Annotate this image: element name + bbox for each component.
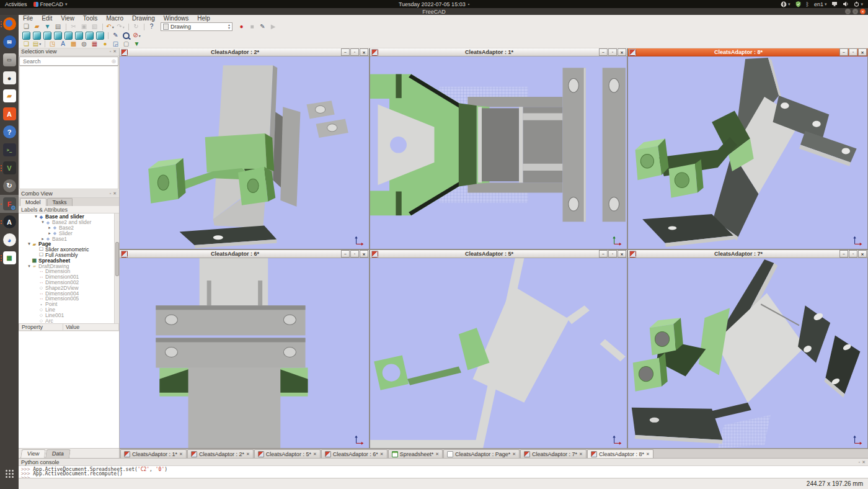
menu-view[interactable]: View — [56, 15, 79, 22]
tree-item-18[interactable]: Line001 — [19, 312, 119, 318]
float-panel-icon[interactable]: ▫ — [110, 49, 111, 54]
mdi-minimize-button[interactable]: ‒ — [839, 250, 848, 258]
mdi-minimize-button[interactable]: ‒ — [341, 250, 350, 258]
clock[interactable]: Tuesday 2022-07-05 15:03 • — [399, 1, 469, 7]
tab-close-icon[interactable] — [435, 452, 439, 457]
mdi-tab-cleatsadaptor-7[interactable]: CleatsAdaptor : 7* — [520, 449, 587, 459]
mdi-restore-button[interactable]: ▫ — [350, 250, 359, 258]
new-document-button[interactable]: ❏ — [22, 23, 31, 31]
mdi-minimize-button[interactable]: ‒ — [341, 48, 350, 56]
tab-close-icon[interactable] — [246, 452, 250, 457]
menu-file[interactable]: File — [19, 15, 37, 22]
open-document-button[interactable]: ▰ — [32, 23, 42, 31]
selection-view-header[interactable]: Selection view ▫✕ — [19, 48, 119, 56]
security-shield-icon[interactable] — [795, 1, 801, 7]
toolbar-separator[interactable] — [64, 23, 68, 31]
mdi-tab-cleatsadaptor-8[interactable]: CleatsAdaptor : 8* — [587, 449, 653, 459]
insert-annotation-button[interactable]: A — [58, 40, 68, 48]
float-panel-icon[interactable]: ▫ — [859, 460, 860, 465]
mdi-close-button[interactable]: ✕ — [858, 48, 867, 56]
expander-icon[interactable] — [40, 220, 45, 225]
menu-tools[interactable]: Tools — [79, 15, 102, 22]
print-button[interactable]: ▤ — [53, 23, 63, 31]
expander-icon[interactable] — [27, 241, 32, 246]
bluetooth-icon[interactable]: ᛒ — [806, 1, 809, 7]
search-input[interactable] — [22, 58, 112, 65]
fit-all-button[interactable] — [22, 32, 31, 40]
float-panel-icon[interactable]: ▫ — [110, 191, 111, 196]
tab-close-icon[interactable] — [313, 452, 317, 457]
copy-button[interactable]: ▣ — [79, 23, 89, 31]
tree-item-3[interactable]: Slider — [19, 230, 119, 236]
mdi-close-button[interactable]: ✕ — [360, 250, 368, 258]
tab-close-icon[interactable] — [179, 452, 183, 457]
mdi-tab-cleatsadaptor-5[interactable]: CleatsAdaptor : 5* — [254, 449, 321, 459]
mdi-titlebar[interactable]: CleatsAdaptor : 6* ‒ ▫ ✕ — [120, 250, 369, 258]
mdi-tab-spreadsheet[interactable]: Spreadsheet* — [388, 449, 443, 459]
close-panel-icon[interactable]: ✕ — [113, 191, 117, 196]
dock-gvim[interactable]: V — [0, 159, 19, 177]
insert-view-button[interactable]: ◳ — [48, 40, 57, 48]
selection-list[interactable] — [19, 66, 118, 189]
macro-edit-button[interactable]: ✎ — [258, 23, 267, 31]
tab-view[interactable]: View — [20, 449, 46, 458]
menu-macro[interactable]: Macro — [102, 15, 128, 22]
toolbar-separator[interactable] — [142, 23, 146, 31]
3d-viewport[interactable] — [628, 258, 867, 448]
insert-symbol-button[interactable]: ◍ — [79, 40, 89, 48]
left-view-button[interactable] — [95, 32, 105, 40]
mdi-restore-button[interactable]: ▫ — [608, 48, 617, 56]
python-console-header[interactable]: Python console ▫✕ — [19, 459, 868, 466]
combo-view-header[interactable]: Combo View ▫✕ — [19, 190, 119, 198]
accessibility-menu-icon[interactable]: ▾ — [781, 1, 790, 7]
toolbar-separator[interactable] — [100, 23, 104, 31]
3d-viewport[interactable] — [120, 258, 369, 448]
close-panel-icon[interactable]: ✕ — [862, 460, 866, 465]
activities-button[interactable]: Activities — [5, 1, 27, 7]
mdi-tab-page[interactable]: CleatsAdaptor : Page* — [443, 449, 520, 459]
expander-icon[interactable] — [47, 225, 52, 230]
refresh-button[interactable]: ↻ — [131, 23, 141, 31]
3d-viewport[interactable] — [628, 56, 867, 249]
volume-icon[interactable] — [843, 1, 849, 7]
expander-icon[interactable] — [40, 236, 45, 241]
toolbar-separator[interactable] — [106, 32, 110, 40]
minimize-button[interactable]: ‒ — [845, 9, 851, 14]
maximize-button[interactable]: ▫ — [852, 9, 858, 14]
mdi-restore-button[interactable]: ▫ — [350, 48, 359, 56]
spreadsheet-view-button[interactable]: ▦ — [90, 40, 99, 48]
dock-sphere-app[interactable]: ◕ — [0, 231, 19, 249]
close-button[interactable]: ✕ — [860, 9, 866, 14]
dock-thunderbird[interactable]: ✉ — [0, 33, 19, 51]
mdi-restore-button[interactable]: ▫ — [608, 250, 617, 258]
paste-button[interactable]: ▧ — [90, 23, 99, 31]
dock-help[interactable]: ? — [0, 123, 19, 141]
mdi-titlebar[interactable]: CleatsAdaptor : 2* ‒ ▫ ✕ — [120, 48, 369, 56]
dock-libreoffice-calc[interactable]: ▦ — [0, 249, 19, 267]
mdi-titlebar[interactable]: CleatsAdaptor : 5* ‒ ▫ ✕ — [370, 250, 627, 258]
macro-record-button[interactable]: ● — [237, 23, 246, 31]
expander-icon[interactable] — [47, 231, 52, 236]
dock-media-player[interactable]: ● — [0, 69, 19, 87]
cut-button[interactable]: ✂ — [69, 23, 78, 31]
tab-close-icon[interactable] — [512, 452, 516, 457]
save-page-button[interactable]: ▼ — [132, 40, 141, 48]
whats-this-button[interactable]: ? — [147, 23, 156, 31]
property-editor[interactable] — [19, 331, 119, 448]
expander-icon[interactable] — [33, 214, 38, 219]
mdi-close-button[interactable]: ✕ — [618, 48, 626, 56]
mdi-titlebar[interactable]: CleatsAdaptor : 1* ‒ ▫ ✕ — [370, 48, 627, 56]
dock-backups[interactable]: ↻ — [0, 177, 19, 195]
dock-files[interactable]: ▭ — [0, 51, 19, 69]
toolbar-separator[interactable] — [43, 40, 46, 48]
undo-button[interactable]: ↶ — [105, 23, 115, 31]
insert-clip-button[interactable]: ▩ — [69, 40, 78, 48]
mdi-tab-cleatsadaptor-1[interactable]: CleatsAdaptor : 1* — [120, 449, 187, 459]
draft-view-button[interactable]: ● — [100, 40, 110, 48]
app-indicator[interactable]: FreeCAD ▾ — [33, 1, 68, 7]
mdi-minimize-button[interactable]: ‒ — [839, 48, 848, 56]
front-view-button[interactable] — [43, 32, 52, 40]
mdi-close-button[interactable]: ✕ — [858, 250, 867, 258]
clear-search-icon[interactable]: ◎ — [112, 58, 116, 64]
mdi-minimize-button[interactable]: ‒ — [599, 250, 608, 258]
